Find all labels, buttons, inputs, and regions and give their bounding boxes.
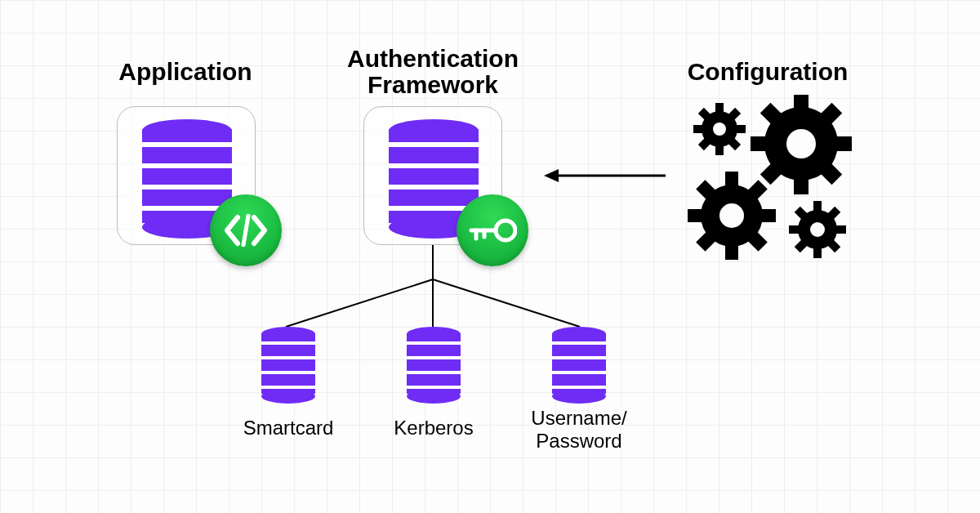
key-icon xyxy=(468,217,517,243)
svg-point-46 xyxy=(810,222,825,237)
svg-rect-10 xyxy=(734,125,746,133)
svg-rect-28 xyxy=(725,172,738,188)
database-icon xyxy=(407,327,461,402)
kerberos-label: Kerberos xyxy=(372,417,495,439)
tree-connector xyxy=(237,245,629,335)
svg-rect-38 xyxy=(813,201,822,213)
svg-point-26 xyxy=(786,129,816,158)
svg-point-36 xyxy=(719,203,744,228)
userpass-label: Username/ Password xyxy=(510,407,648,452)
framework-title: Authentication Framework xyxy=(323,46,543,99)
svg-rect-12 xyxy=(715,144,724,155)
configuration-title: Configuration xyxy=(662,59,874,85)
svg-rect-30 xyxy=(760,209,776,222)
svg-point-1 xyxy=(496,221,515,240)
svg-rect-22 xyxy=(794,176,808,194)
smartcard-label: Smartcard xyxy=(227,417,350,439)
svg-rect-44 xyxy=(789,225,801,234)
svg-rect-42 xyxy=(813,246,822,258)
svg-line-0 xyxy=(243,216,248,245)
svg-rect-20 xyxy=(834,136,852,151)
svg-rect-18 xyxy=(794,95,808,111)
code-icon xyxy=(224,214,268,247)
application-title: Application xyxy=(104,59,267,85)
arrow-config-to-framework xyxy=(539,163,670,188)
svg-rect-34 xyxy=(688,209,704,222)
svg-rect-14 xyxy=(693,125,705,133)
gears-icon xyxy=(683,95,879,266)
database-icon xyxy=(552,327,606,402)
svg-rect-32 xyxy=(725,243,738,260)
svg-marker-6 xyxy=(544,169,559,182)
svg-rect-40 xyxy=(834,225,846,234)
svg-rect-24 xyxy=(751,136,768,151)
svg-line-50 xyxy=(433,279,580,327)
svg-point-16 xyxy=(713,123,726,136)
svg-rect-8 xyxy=(715,103,724,114)
svg-line-48 xyxy=(286,279,433,327)
database-icon xyxy=(261,327,315,402)
